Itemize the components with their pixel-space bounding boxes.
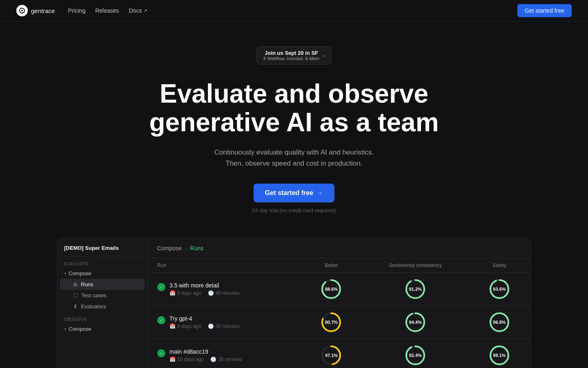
chevron-right-icon: ▾	[64, 327, 66, 331]
circle-progress: 88.6%	[320, 278, 343, 301]
hero-section: [DEMO] Super Emails Join us Sept 20 in S…	[0, 22, 588, 230]
run-better-cell-0: 88.6%	[300, 273, 362, 306]
calendar-icon: 📅	[169, 357, 176, 362]
nav-links: Pricing Releases Docs ↗	[68, 7, 517, 14]
run-meta: 📅 10 days ago 🕐 35 minutes	[169, 357, 242, 362]
col-header-safety: Safety	[468, 258, 530, 273]
run-sentimental-cell-1: 94.4%	[363, 306, 468, 339]
run-cell-2: ✓ main #d8acc19 📅 10 days ago 🕐 35 minut…	[147, 339, 300, 368]
clock-icon: 🕐	[210, 357, 216, 362]
sidebar: [DEMO] Super Emails Evaluate ▾ Compose ⊙…	[58, 238, 147, 368]
run-status-icon: ✓	[157, 349, 165, 357]
logo-icon	[16, 5, 28, 16]
run-meta: 📅 8 days ago 🕐 40 minutes	[169, 290, 239, 296]
table-row[interactable]: ✓ Try gpt-4 📅 9 days ago 🕐 38 minutes	[147, 306, 530, 339]
hero-title: Evaluate and observe generative AI as a …	[149, 79, 439, 137]
event-text: [DEMO] Super Emails Join us Sept 20 in S…	[263, 50, 319, 61]
demo-container: [DEMO] Super Emails Evaluate ▾ Compose ⊙…	[57, 238, 531, 368]
main-panel: Compose › Runs Run Better Sentimental co…	[147, 238, 530, 368]
run-status-icon: ✓	[157, 316, 165, 324]
run-cell-0: ✓ 3.5 with more detail 📅 8 days ago 🕐 40…	[147, 273, 300, 306]
calendar-icon: 📅	[169, 290, 176, 296]
logo-text: gentrace	[31, 7, 55, 14]
sidebar-section-observe: Observe	[58, 312, 147, 323]
run-cell-1: ✓ Try gpt-4 📅 9 days ago 🕐 38 minutes	[147, 306, 300, 339]
sidebar-group-observe-compose-label: Compose	[69, 326, 91, 332]
table-header-row: Run Better Sentimental consistency Safet…	[147, 258, 530, 273]
hero-cta-button[interactable]: Get started free →	[254, 184, 334, 202]
nav-link-docs[interactable]: Docs ↗	[129, 7, 147, 14]
event-subtitle: ft Webflow, Ironclad, & Mem	[263, 56, 319, 61]
sidebar-item-runs[interactable]: ⊙ Runs	[60, 279, 145, 290]
event-banner[interactable]: [DEMO] Super Emails Join us Sept 20 in S…	[256, 46, 331, 65]
circle-progress: 99.1%	[488, 344, 511, 367]
circle-progress: 47.1%	[320, 344, 343, 367]
hero-subtitle: Continuously evaluate quality with AI an…	[214, 147, 374, 169]
breadcrumb-separator: ›	[185, 245, 187, 251]
logo[interactable]: gentrace	[16, 5, 55, 16]
run-better-cell-1: 80.7%	[300, 306, 362, 339]
event-arrow-icon: ›	[323, 52, 325, 59]
breadcrumb-current: Runs	[190, 245, 204, 251]
clock-icon: 🕐	[208, 290, 214, 296]
sidebar-item-test-cases[interactable]: ☐ Test cases	[60, 290, 145, 301]
breadcrumb: Compose › Runs	[147, 238, 530, 258]
run-name: main #d8acc19	[169, 348, 242, 355]
sidebar-project-title: [DEMO] Super Emails	[58, 238, 147, 256]
run-meta: 📅 9 days ago 🕐 38 minutes	[169, 323, 239, 329]
evaluators-icon: ⬆	[73, 303, 78, 310]
circle-progress: 80.7%	[320, 311, 343, 334]
table-row[interactable]: ✓ main #d8acc19 📅 10 days ago 🕐 35 minut…	[147, 339, 530, 368]
navbar: gentrace Pricing Releases Docs ↗ Get sta…	[0, 0, 588, 22]
run-sentimental-cell-2: 92.4%	[363, 339, 468, 368]
runs-icon: ⊙	[73, 281, 78, 287]
breadcrumb-parent[interactable]: Compose	[157, 245, 182, 251]
col-header-better: Better	[300, 258, 362, 273]
circle-progress: 92.4%	[404, 344, 427, 367]
clock-icon: 🕐	[208, 323, 214, 329]
runs-table: Run Better Sentimental consistency Safet…	[147, 258, 530, 368]
col-header-sentimental: Sentimental consistency	[363, 258, 468, 273]
col-header-run: Run	[147, 258, 300, 273]
run-better-cell-2: 47.1%	[300, 339, 362, 368]
sidebar-item-evaluators[interactable]: ⬆ Evaluators	[60, 301, 145, 312]
trial-text: 14 day trial (no credit card required)	[252, 207, 336, 213]
svg-point-1	[21, 10, 23, 11]
run-status-icon: ✓	[157, 283, 165, 291]
demo-section: [DEMO] Super Emails Evaluate ▾ Compose ⊙…	[0, 230, 588, 368]
circle-progress: 94.4%	[404, 311, 427, 334]
event-title: Join us Sept 20 in SF	[263, 50, 319, 56]
sidebar-item-runs-label: Runs	[81, 281, 93, 287]
table-row[interactable]: ✓ 3.5 with more detail 📅 8 days ago 🕐 40…	[147, 273, 530, 306]
run-sentimental-cell-0: 91.2%	[363, 273, 468, 306]
nav-cta-button[interactable]: Get started free	[517, 4, 572, 17]
sidebar-group-compose-evaluate[interactable]: ▾ Compose	[58, 268, 147, 279]
run-name: Try gpt-4	[169, 315, 239, 322]
external-link-icon: ↗	[143, 8, 147, 13]
circle-progress: 91.2%	[404, 278, 427, 301]
chevron-down-icon: ▾	[64, 271, 66, 276]
test-cases-icon: ☐	[73, 292, 78, 298]
sidebar-group-compose-label: Compose	[69, 270, 91, 276]
circle-progress: 96.8%	[488, 311, 511, 334]
nav-link-releases[interactable]: Releases	[95, 7, 119, 14]
sidebar-item-evaluators-label: Evaluators	[81, 303, 106, 310]
run-name: 3.5 with more detail	[169, 282, 239, 289]
nav-link-pricing[interactable]: Pricing	[68, 7, 85, 14]
circle-progress: 93.6%	[488, 278, 511, 301]
sidebar-section-evaluate: Evaluate	[58, 256, 147, 268]
sidebar-item-test-cases-label: Test cases	[81, 292, 106, 298]
run-safety-cell-2: 99.1%	[468, 339, 530, 368]
hero-cta-arrow-icon: →	[316, 189, 323, 197]
run-safety-cell-0: 93.6%	[468, 273, 530, 306]
sidebar-group-compose-observe[interactable]: ▾ Compose	[58, 323, 147, 334]
calendar-icon: 📅	[169, 323, 176, 329]
run-safety-cell-1: 96.8%	[468, 306, 530, 339]
